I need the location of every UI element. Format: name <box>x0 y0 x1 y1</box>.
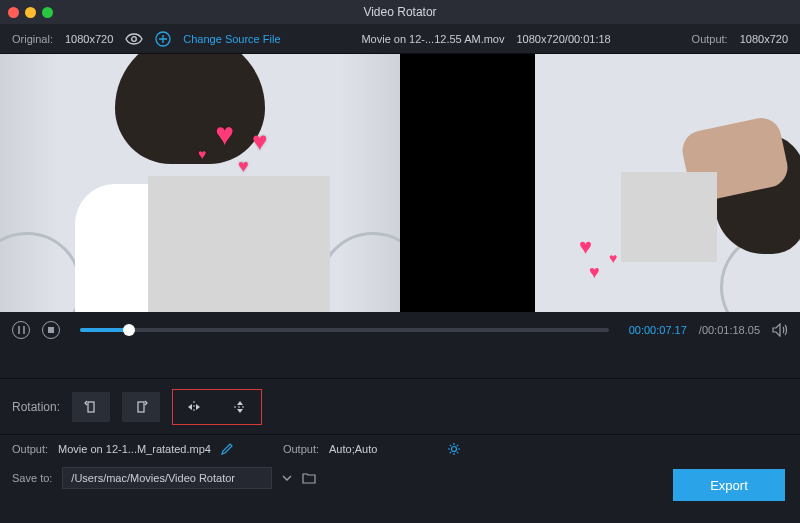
pause-button[interactable] <box>12 321 30 339</box>
edit-filename-icon[interactable] <box>221 443 233 455</box>
flip-vertical-button[interactable] <box>221 392 259 422</box>
source-filename: Movie on 12-...12.55 AM.mov <box>361 33 504 45</box>
save-path-value: /Users/mac/Movies/Video Rotator <box>71 472 235 484</box>
svg-point-0 <box>132 36 137 41</box>
output-label: Output: <box>692 33 728 45</box>
seek-track[interactable] <box>80 328 609 332</box>
app-title: Video Rotator <box>363 5 436 19</box>
chevron-down-icon[interactable] <box>282 475 292 481</box>
source-meta: 1080x720/00:01:18 <box>517 33 611 45</box>
rotation-row: Rotation: <box>0 378 800 434</box>
output-settings-icon[interactable] <box>447 442 461 456</box>
stop-button[interactable] <box>42 321 60 339</box>
export-button[interactable]: Export <box>673 469 785 501</box>
browse-folder-icon[interactable] <box>302 472 316 484</box>
output-resolution: 1080x720 <box>740 33 788 45</box>
window-minimize-button[interactable] <box>25 7 36 18</box>
rotate-right-button[interactable] <box>122 392 160 422</box>
output-filename-row: Output: Movie on 12-1...M_ratated.mp4 Ou… <box>0 434 800 462</box>
time-duration: /00:01:18.05 <box>699 324 760 336</box>
playbar: 00:00:07.17 /00:01:18.05 <box>0 312 800 348</box>
infobar: Original: 1080x720 Change Source File Mo… <box>0 24 800 54</box>
preview-original[interactable]: ♥♥♥♥ <box>0 54 400 312</box>
window-close-button[interactable] <box>8 7 19 18</box>
rotate-left-button[interactable] <box>72 392 110 422</box>
output-format-label: Output: <box>283 443 319 455</box>
titlebar: Video Rotator <box>0 0 800 24</box>
svg-rect-2 <box>48 327 54 333</box>
preview-output[interactable]: ♥♥♥ <box>535 54 800 312</box>
original-label: Original: <box>12 33 53 45</box>
output-format-value: Auto;Auto <box>329 443 377 455</box>
change-source-button[interactable]: Change Source File <box>183 33 280 45</box>
plus-icon[interactable] <box>155 31 171 47</box>
time-current: 00:00:07.17 <box>629 324 687 336</box>
seek-thumb[interactable] <box>123 324 135 336</box>
window-maximize-button[interactable] <box>42 7 53 18</box>
svg-rect-4 <box>138 402 144 412</box>
output-file-label: Output: <box>12 443 48 455</box>
svg-point-5 <box>452 446 457 451</box>
eye-icon[interactable] <box>125 33 143 45</box>
rotation-selected-group <box>172 389 262 425</box>
svg-rect-3 <box>88 402 94 412</box>
original-resolution: 1080x720 <box>65 33 113 45</box>
save-path-field[interactable]: /Users/mac/Movies/Video Rotator <box>62 467 272 489</box>
volume-icon[interactable] <box>772 323 788 337</box>
flip-horizontal-button[interactable] <box>175 392 213 422</box>
output-filename: Movie on 12-1...M_ratated.mp4 <box>58 443 211 455</box>
preview-area: ♥♥♥♥ ♥♥♥ <box>0 54 800 312</box>
rotation-label: Rotation: <box>12 400 60 414</box>
save-to-label: Save to: <box>12 472 52 484</box>
